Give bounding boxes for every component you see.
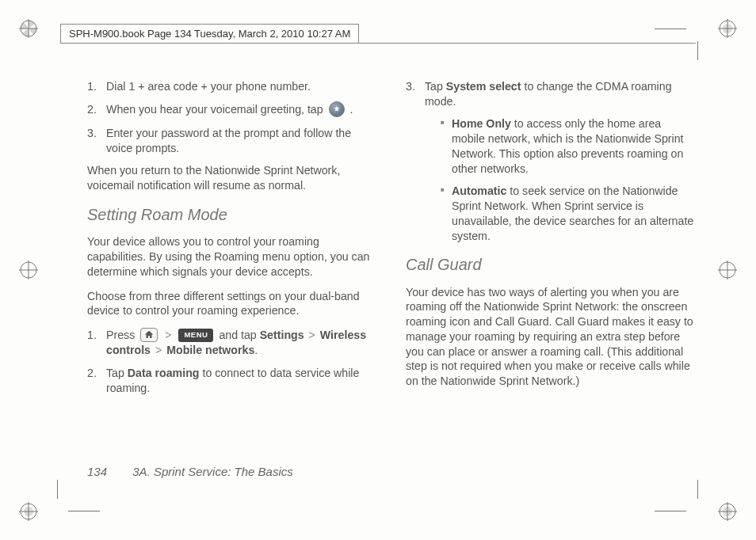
step-3: 3.Enter your password at the prompt and … [87,126,377,155]
ui-path-label: Mobile networks [166,344,254,356]
ui-option-label: Data roaming [128,367,200,379]
registration-mark-icon [718,260,737,280]
chevron-right-icon: > [163,329,173,341]
column-left: 1.Dial 1 + area code + your phone number… [87,79,377,403]
step-2b: 2. Tap Data roaming to connect to data s… [87,366,377,395]
section-heading: Setting Roam Mode [87,204,377,225]
step-1b: 1. Press > MENU and tap Settings > Wirel… [87,328,377,358]
section-heading: Call Guard [406,254,696,275]
bullet-item: Automatic to seek service on the Nationw… [441,184,696,243]
column-right: 3. Tap System select to change the CDMA … [406,79,696,403]
star-key-icon [329,101,345,117]
registration-mark-icon [19,19,38,38]
crop-mark [697,41,698,60]
svg-point-20 [723,507,732,516]
crop-mark [68,511,100,511]
ui-path-label: Settings [260,329,304,341]
body-paragraph: When you return to the Nationwide Sprint… [87,163,377,192]
step-2: 2. When you hear your voicemail greeting… [87,102,377,118]
registration-mark-icon [718,19,737,38]
chevron-right-icon: > [307,329,317,341]
footer-section-title: 3A. Sprint Service: The Basics [132,465,293,478]
step-text: and tap [219,329,259,341]
ui-option-label: System select [446,80,521,93]
print-stamp: SPH-M900.book Page 134 Tuesday, March 2,… [60,24,359,44]
svg-point-16 [24,507,33,516]
registration-mark-icon [19,260,38,280]
body-paragraph: Your device has two ways of alerting you… [406,285,696,389]
crop-mark [57,480,58,499]
option-name: Home Only [452,117,511,130]
page-content: 1.Dial 1 + area code + your phone number… [87,79,696,492]
home-key-icon [140,328,158,342]
registration-mark-icon [19,502,38,521]
chevron-right-icon: > [154,344,163,356]
step-text: Tap [425,80,446,93]
body-paragraph: Your device allows you to control your r… [87,234,377,279]
option-name: Automatic [452,184,506,197]
step-1: 1.Dial 1 + area code + your phone number… [87,79,377,94]
step-text: Press [106,329,138,341]
page-footer: 134 3A. Sprint Service: The Basics [87,465,293,478]
crop-mark [697,480,698,499]
step-text: Tap [106,367,128,379]
svg-point-6 [723,24,732,33]
step-text: When you hear your voicemail greeting, t… [106,103,326,116]
step-text: . [254,344,258,356]
menu-key-icon: MENU [178,329,213,342]
bullet-item: Home Only to access only the home area m… [441,116,696,176]
registration-mark-icon [718,502,737,521]
body-paragraph: Choose from three different settings on … [87,289,377,318]
step-text: . [350,103,353,116]
step-text: Enter your password at the prompt and fo… [106,127,351,154]
step-text: Dial 1 + area code + your phone number. [106,80,311,93]
crop-mark [655,29,686,29]
crop-mark [655,511,686,511]
step-3b: 3. Tap System select to change the CDMA … [406,79,696,243]
page-number: 134 [87,465,107,478]
